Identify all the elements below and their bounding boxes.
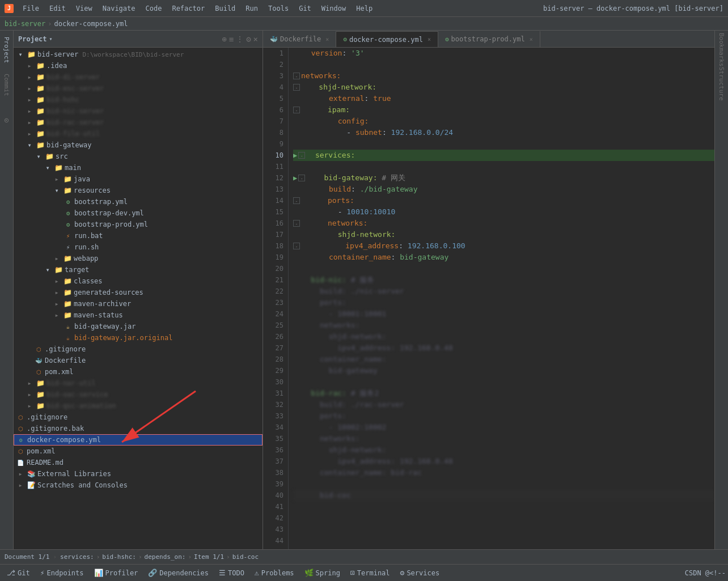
tool-services[interactable]: ⚙ Services: [396, 566, 445, 580]
tree-item-blurred-2[interactable]: ▸ 📁 bid-esc-server: [14, 83, 263, 94]
tree-label: src: [56, 152, 68, 160]
tree-item-run-bat[interactable]: ⚡ run.bat: [14, 230, 263, 241]
tree-item-webapp[interactable]: ▸ 📁 webapp: [14, 253, 263, 264]
fold-indicator-3[interactable]: -: [293, 73, 300, 79]
tree-item-gitignore-gw[interactable]: ⬡ .gitignore: [14, 343, 263, 355]
tree-item-src[interactable]: ▾ 📁 src: [14, 151, 263, 162]
tree-label: bootstrap-dev.yml: [74, 209, 144, 217]
tool-profiler[interactable]: 📊 Profiler: [90, 566, 143, 580]
tool-git[interactable]: ⎇ Git: [2, 566, 35, 580]
menu-window[interactable]: Window: [317, 3, 350, 14]
tree-item-root-gitignore[interactable]: ⬡ .gitignore: [14, 412, 263, 423]
tree-item-target[interactable]: ▾ 📁 target: [14, 264, 263, 275]
tool-endpoints[interactable]: ⚡ Endpoints: [36, 566, 88, 580]
tree-item-blurred-8[interactable]: ▸ 📁 bid-oac-service: [14, 389, 263, 400]
tree-item-blurred-5[interactable]: ▸ 📁 bid-rac-server: [14, 117, 263, 128]
tree-item-root-pom[interactable]: ⬡ pom.xml: [14, 446, 263, 457]
tree-item-resources[interactable]: ▾ 📁 resources: [14, 185, 263, 196]
panel-action-close[interactable]: ×: [253, 35, 258, 44]
sidebar-item-project[interactable]: Project: [1, 33, 12, 67]
tool-dependencies[interactable]: 🔗 Dependencies: [143, 566, 213, 580]
panel-actions: ⊕ ≡ ⋮ ⚙ ×: [222, 35, 258, 44]
tree-item-pom-gw[interactable]: ⬡ pom.xml: [14, 366, 263, 378]
tree-item-scratches[interactable]: ▸ 📝 Scratches and Consoles: [14, 480, 263, 491]
left-sidebar-icons: Project Commit ⊙: [0, 31, 14, 549]
sidebar-item-bookmarks[interactable]: Bookmarks: [716, 33, 727, 67]
tree-item-jar[interactable]: ☕ bid-gateway.jar: [14, 321, 263, 332]
tab-dockerfile[interactable]: 🐳 Dockerfile ×: [263, 31, 336, 47]
panel-action-options[interactable]: ⋮: [236, 35, 244, 44]
fold-indicator-12[interactable]: -: [298, 175, 305, 181]
tree-item-blurred-9[interactable]: ▸ 📁 bid-qsc-animation: [14, 400, 263, 412]
tree-item-maven-archiver[interactable]: ▸ 📁 maven-archiver: [14, 298, 263, 309]
tree-item-external-libs[interactable]: ▸ 📚 External Libraries: [14, 468, 263, 480]
tool-todo[interactable]: ☰ TODO: [214, 566, 249, 580]
fold-indicator-14[interactable]: -: [293, 197, 300, 204]
tree-item-jar-original[interactable]: ☕ bid-gateway.jar.original: [14, 332, 263, 343]
menu-edit[interactable]: Edit: [45, 3, 70, 14]
panel-action-gear[interactable]: ⚙: [246, 35, 251, 44]
tree-item-bid-gateway[interactable]: ▾ 📁 bid-gateway: [14, 139, 263, 151]
tool-terminal[interactable]: ⊡ Terminal: [346, 566, 395, 580]
tree-item-bootstrap-dev[interactable]: ⚙ bootstrap-dev.yml: [14, 207, 263, 219]
tree-item-blurred-4[interactable]: ▸ 📁 bid-nic-server: [14, 105, 263, 117]
tree-item-generated-sources[interactable]: ▸ 📁 generated-sources: [14, 287, 263, 298]
tool-spring[interactable]: 🌿 Spring: [300, 566, 345, 580]
tree-item-dockerfile[interactable]: 🐳 Dockerfile: [14, 355, 263, 366]
tab-close-compose[interactable]: ×: [428, 36, 431, 43]
menu-run[interactable]: Run: [241, 3, 263, 14]
tree-label: bid-qsc-animation: [46, 402, 116, 410]
tree-item-classes[interactable]: ▸ 📁 classes: [14, 275, 263, 287]
tree-item-blurred-6[interactable]: ▸ 📁 bid-file-util: [14, 128, 263, 139]
tree-item-blurred-3[interactable]: ▸ 📁 bid-hshc: [14, 94, 263, 105]
tree-item-run-sh[interactable]: ⚡ run.sh: [14, 241, 263, 253]
tree-item-bid-server[interactable]: ▾ 📁 bid-server D:\workspace\BID\bid-serv…: [14, 49, 263, 60]
tab-bootstrap-prod[interactable]: ⚙ bootstrap-prod.yml ×: [438, 31, 540, 47]
tree-item-idea[interactable]: ▸ 📁 .idea: [14, 60, 263, 71]
menu-bar[interactable]: File Edit View Navigate Code Refactor Bu…: [18, 3, 377, 14]
tree-item-root-gitignore-bak[interactable]: ⬡ .gitignore.bak: [14, 423, 263, 434]
menu-build[interactable]: Build: [210, 3, 240, 14]
fold-indicator-10[interactable]: -: [298, 152, 305, 159]
tab-docker-compose[interactable]: ⚙ docker-compose.yml ×: [336, 31, 438, 47]
menu-git[interactable]: Git: [294, 3, 316, 14]
tab-close-dockerfile[interactable]: ×: [325, 36, 329, 43]
menu-navigate[interactable]: Navigate: [98, 3, 140, 14]
fold-indicator-16[interactable]: -: [293, 220, 300, 227]
menu-help[interactable]: Help: [352, 3, 377, 14]
fold-indicator-18[interactable]: -: [293, 243, 300, 249]
panel-action-target[interactable]: ⊕: [222, 35, 226, 44]
sidebar-item-structure[interactable]: Structure: [716, 67, 727, 101]
menu-tools[interactable]: Tools: [264, 3, 293, 14]
tree-item-blurred-1[interactable]: ▸ 📁 bid-di-server: [14, 71, 263, 83]
code-content[interactable]: version: '3' - networks: - shjd-network:: [289, 48, 714, 549]
code-line-44: [293, 535, 714, 546]
tree-item-docker-compose[interactable]: ⚙ docker-compose.yml: [14, 434, 263, 446]
panel-action-collapse[interactable]: ≡: [229, 35, 234, 44]
menu-view[interactable]: View: [71, 3, 97, 14]
breadcrumb-file[interactable]: docker-compose.yml: [54, 20, 128, 28]
sidebar-item-commit[interactable]: Commit: [1, 68, 12, 102]
breadcrumb-root[interactable]: bid-server: [5, 20, 45, 28]
menu-file[interactable]: File: [18, 3, 44, 14]
tree-item-java[interactable]: ▸ 📁 java: [14, 173, 263, 185]
sidebar-item-extra[interactable]: ⊙: [1, 103, 12, 137]
code-editor[interactable]: 1 2 3 4 5 6 7 8 9 10 11 12 13 14 15 16 1: [263, 48, 714, 549]
tree-item-blurred-7[interactable]: ▸ 📁 bid-nar-util: [14, 378, 263, 389]
fold-indicator-4[interactable]: -: [293, 84, 300, 91]
tab-close-bootstrap[interactable]: ×: [530, 36, 533, 43]
tree-item-maven-status[interactable]: ▸ 📁 maven-status: [14, 309, 263, 321]
bat-file-icon: ⚡: [64, 231, 73, 240]
menu-code[interactable]: Code: [141, 3, 167, 14]
fold-indicator-6[interactable]: -: [293, 107, 300, 113]
menu-refactor[interactable]: Refactor: [167, 3, 209, 14]
chevron-right-icon: ▸: [52, 288, 61, 297]
file-tree[interactable]: ▾ 📁 bid-server D:\workspace\BID\bid-serv…: [14, 48, 263, 549]
tree-item-bootstrap-prod[interactable]: ⚙ bootstrap-prod.yml: [14, 219, 263, 230]
tree-item-bootstrap-yml[interactable]: ⚙ bootstrap.yml: [14, 196, 263, 207]
tool-problems[interactable]: ⚠ Problems: [250, 566, 299, 580]
tree-item-readme[interactable]: 📄 README.md: [14, 457, 263, 468]
ln-18: 18: [263, 240, 283, 252]
panel-arrow[interactable]: ▾: [49, 36, 53, 42]
tree-item-main[interactable]: ▾ 📁 main: [14, 162, 263, 173]
